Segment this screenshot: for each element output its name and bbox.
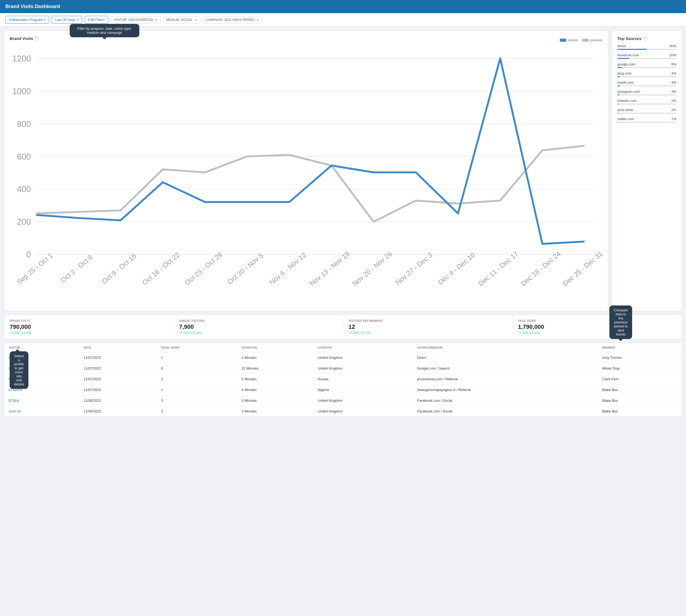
source-name: instagram.com	[617, 90, 640, 94]
table-header: VisitorDatePage ViewsDurationCountrySour…	[4, 343, 682, 352]
line-chart-svg: 1200 1000 800 600 400 200 0	[10, 46, 602, 305]
source-name: linkedin.com	[617, 99, 637, 103]
table-cell: Facebook.com / Social	[413, 406, 598, 417]
table-cell: Blake Bos	[598, 395, 682, 406]
svg-text:600: 600	[17, 152, 31, 161]
source-name: google.com	[617, 62, 635, 66]
source-pct: 2%	[671, 99, 676, 103]
svg-text:1200: 1200	[12, 54, 31, 63]
sources-help-icon[interactable]: ?	[643, 37, 647, 41]
chip-close-icon[interactable]: ✕	[194, 18, 198, 22]
svg-text:Oct 9 - Oct 15: Oct 9 - Oct 15	[100, 252, 138, 285]
table-cell: prizemoney.com / Referral	[413, 374, 598, 384]
table-cell: 3	[157, 406, 237, 417]
svg-text:Dec 11 - Dec 17: Dec 11 - Dec 17	[477, 250, 520, 287]
table-cell: Direct	[413, 352, 598, 363]
table-row[interactable]: 874ad3411/07/202214 MinutesNigeriazwange…	[4, 384, 682, 395]
table-cell: 11/07/2022	[79, 363, 157, 374]
stat-change: +1,200 (14.1%)	[518, 331, 676, 335]
chip-close-icon[interactable]: ✕	[155, 18, 158, 22]
table-cell: Blake Bos	[598, 384, 682, 395]
chart-legend: current previous	[560, 38, 602, 42]
sources-list: direct 50% facebook.com 20% google.com 8…	[617, 44, 676, 123]
help-icon[interactable]: ?	[35, 37, 39, 41]
stat-card: VISITORS PER MEMBER 12 +1,200 (14.1%)	[343, 315, 512, 339]
svg-text:400: 400	[17, 184, 31, 194]
svg-text:Nov 13 - Nov 19: Nov 13 - Nov 19	[308, 250, 351, 287]
stat-change: +1,200 (14.1%)	[10, 331, 168, 335]
sources-title: Top Sources	[617, 36, 641, 41]
svg-text:Nov 6 - Nov 12: Nov 6 - Nov 12	[268, 251, 307, 286]
table-cell: 1	[157, 352, 237, 363]
svg-text:0: 0	[26, 250, 31, 259]
source-pct: 8%	[671, 62, 676, 66]
source-name: direct	[617, 44, 626, 48]
table-cell: Blake Bos	[598, 406, 682, 417]
stat-change: +1,200 (14.1%)	[179, 331, 337, 335]
program-dropdown[interactable]: Ambassador Program ▾	[5, 16, 49, 24]
stat-value: 1,790,000	[518, 324, 676, 330]
visits-table: VisitorDatePage ViewsDurationCountrySour…	[4, 343, 682, 417]
table-row[interactable]: 873jh411/06/202233 MinutesUnited Kingdom…	[4, 395, 682, 406]
table-cell: 5 Minutes	[237, 374, 314, 384]
tooltip-filter: Filter by program, date, visitor type, m…	[70, 24, 139, 37]
source-pct: 3%	[671, 90, 676, 94]
dropdown-arrow-icon: ▾	[77, 18, 78, 21]
table-cell: Russia	[314, 374, 413, 384]
table-cell: zwangerschapspagina.nl / Referral	[413, 384, 598, 395]
table-row[interactable]: Kelly Clark11/07/202225 MinutesRussiapri…	[4, 374, 682, 384]
chip-close-icon[interactable]: ✕	[256, 18, 259, 22]
svg-text:800: 800	[17, 119, 31, 129]
svg-text:1000: 1000	[12, 87, 31, 96]
tooltip-profile: Select a profile to get more site visit …	[10, 351, 28, 389]
table-cell: United Kingdom	[314, 406, 413, 417]
legend-current-color	[560, 39, 566, 42]
table-cell: Mister Dojo	[598, 363, 682, 374]
source-item: twitter.com 1%	[617, 117, 676, 123]
table-cell: Nigeria	[314, 384, 413, 395]
table-cell: Amy Timmer	[598, 352, 682, 363]
table-row[interactable]: 87s37311/07/202212 MinutesUnited Kingdom…	[4, 352, 682, 363]
source-item: instagram.com 3%	[617, 90, 676, 95]
table-cell[interactable]: 873jh4	[4, 395, 79, 406]
source-item: direct 50%	[617, 44, 676, 50]
table-cell: 3 Minutes	[237, 406, 314, 417]
table-cell: Google.com / Search	[413, 363, 598, 374]
source-pct: 1%	[671, 117, 676, 121]
table-cell: United Kingdom	[314, 352, 413, 363]
chip-medium: MEDIUM: SOCIAL ✕	[163, 16, 201, 23]
program-label: Ambassador Program	[9, 18, 43, 22]
table-body: 87s37311/07/202212 MinutesUnited Kingdom…	[4, 352, 682, 417]
table-cell: 1	[157, 384, 237, 395]
table-cell[interactable]: Josh Ho	[4, 406, 79, 417]
source-pct: 4%	[671, 71, 676, 75]
top-sources-card: Top Sources ? direct 50% facebook.com 20…	[612, 31, 682, 311]
source-item: reddit.com 4%	[617, 81, 676, 86]
table-row[interactable]: Josh Ho11/06/202233 MinutesUnited Kingdo…	[4, 406, 682, 417]
table-cell: 22 Minutes	[237, 363, 314, 374]
table-cell: 4 Minutes	[237, 384, 314, 395]
table-cell: 3	[157, 395, 237, 406]
edit-filters-button[interactable]: Edit Filters	[85, 16, 108, 24]
stats-row: BRAND VISITS 790,000 +1,200 (14.1%) UNIQ…	[4, 315, 682, 339]
page-header: Brand Visits Dashboard	[0, 0, 686, 13]
legend-previous-color	[582, 39, 589, 42]
table-cell: Facebook.com / Social	[413, 395, 598, 406]
svg-text:200: 200	[17, 217, 31, 227]
chip-campaign: CAMPAIGN: 2022 XMAS PROMO ✕	[203, 16, 262, 23]
svg-text:Oct 30 - Nov 5: Oct 30 - Nov 5	[226, 251, 265, 286]
source-name: twitter.com	[617, 117, 634, 121]
stat-label: BRAND VISITS	[10, 320, 168, 322]
table-column-header: Source/Medium	[413, 343, 598, 352]
source-item: post.news 2%	[617, 108, 676, 114]
source-pct: 2%	[671, 108, 676, 112]
chart-title: Brand Visits	[10, 36, 33, 41]
chip-visitor: VISITOR: UNCONVERTED ✕	[111, 16, 161, 23]
source-name: post.news	[617, 108, 633, 112]
svg-text:Nov 27 - Dec 3: Nov 27 - Dec 3	[394, 251, 434, 286]
table-cell: 8	[157, 363, 237, 374]
table-row[interactable]: Dan West11/07/2022822 MinutesUnited King…	[4, 363, 682, 374]
svg-text:Dec 25 - Dec 31: Dec 25 - Dec 31	[562, 250, 602, 287]
date-dropdown[interactable]: Last 30 Days ▾	[52, 16, 82, 24]
table-column-header: Page Views	[157, 343, 237, 352]
